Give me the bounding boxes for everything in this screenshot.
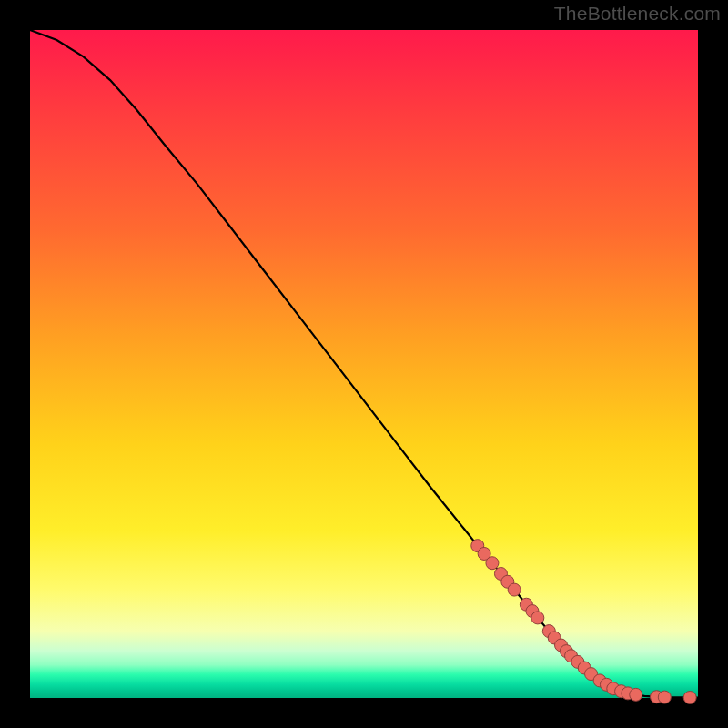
chart-point — [658, 691, 671, 703]
chart-point — [486, 557, 499, 570]
chart-point — [531, 612, 544, 624]
chart-plot-area — [30, 30, 698, 698]
chart-point — [683, 691, 696, 703]
watermark-text: TheBottleneck.com — [554, 3, 721, 25]
chart-point — [508, 583, 521, 596]
chart-curve — [30, 30, 698, 697]
chart-svg — [30, 30, 698, 698]
chart-point — [630, 688, 642, 701]
chart-points-group — [471, 540, 696, 704]
